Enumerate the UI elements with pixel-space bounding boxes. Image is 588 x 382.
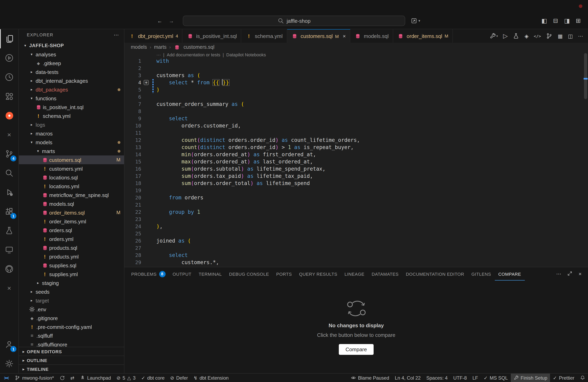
activity-github[interactable] — [0, 259, 18, 279]
breadcrumb[interactable]: models›marts›customers.sql — [125, 43, 588, 52]
test-action[interactable] — [513, 33, 519, 39]
sidebar-item-models-sql[interactable]: models.sql — [19, 199, 124, 208]
sidebar-item-locations-sql[interactable]: locations.sql — [19, 173, 124, 182]
back-icon[interactable]: ← — [157, 18, 162, 24]
sidebar-item-supplies-yml[interactable]: !supplies.yml — [19, 270, 124, 279]
forward-icon[interactable]: → — [169, 18, 174, 24]
panel-tab-documentation-editor[interactable]: DOCUMENTATION EDITOR — [402, 267, 468, 281]
status-gitlens-blame[interactable]: Blame Paused — [348, 374, 392, 382]
split-editor[interactable]: ◫ — [568, 33, 573, 39]
panel-more-icon[interactable]: ⋯ — [556, 271, 561, 277]
status-finish-setup[interactable]: Finish Setup — [511, 374, 550, 382]
scrollbar-thumb[interactable] — [584, 53, 587, 99]
compare-button[interactable]: Compare — [339, 344, 374, 355]
activity-extension-panel[interactable]: × — [0, 279, 18, 298]
sidebar-item-jaffle-shop[interactable]: ▾JAFFLE-SHOP — [19, 41, 124, 50]
activity-testing[interactable] — [0, 221, 18, 240]
toggle-secondary-sidebar-icon[interactable]: ◨ — [564, 17, 570, 24]
sidebar-item-models[interactable]: ▾models — [19, 138, 124, 147]
status-defer[interactable]: ⊘Defer — [168, 374, 191, 382]
codelens-add-documentation-or-tests[interactable]: Add documentation or tests — [167, 52, 220, 57]
status-dbt-extension[interactable]: ↯dbt Extension — [191, 374, 231, 382]
sidebar-item-supplies-sql[interactable]: supplies.sql — [19, 261, 124, 270]
codelens-more[interactable]: ··· — [156, 52, 161, 57]
status-cursor-position[interactable]: Ln 4, Col 22 — [392, 374, 423, 382]
status-eol[interactable]: LF — [470, 374, 481, 382]
sidebar-item-marts[interactable]: ▾marts — [19, 147, 124, 155]
activity-source-control[interactable]: 4 — [0, 144, 18, 163]
explorer-more-icon[interactable]: ⋯ — [114, 32, 119, 38]
breadcrumb-item-customers-sql[interactable]: customers.sql — [184, 44, 214, 50]
status-encoding[interactable]: UTF-8 — [450, 374, 470, 382]
execute-query[interactable]: ▷ — [503, 32, 508, 39]
panel-tab-debug-console[interactable]: DEBUG CONSOLE — [225, 267, 273, 281]
sidebar-item-customers-sql[interactable]: customers.sqlM — [19, 155, 124, 164]
panel-close-icon[interactable]: × — [579, 271, 582, 277]
sidebar-item-orders-sql[interactable]: orders.sql — [19, 226, 124, 234]
sidebar-item-sqlfluff[interactable]: ≡.sqlfluff — [19, 331, 124, 340]
sidebar-item-seeds[interactable]: ▸seeds — [19, 287, 124, 296]
activity-extensions[interactable]: 1 — [0, 202, 18, 221]
query-results-grid[interactable]: ▦ — [558, 33, 563, 39]
panel-maximize-icon[interactable] — [567, 271, 573, 277]
panel-tab-terminal[interactable]: TERMINAL — [195, 267, 225, 281]
codelens-datapilot-notebooks[interactable]: Datapilot Notebooks — [226, 52, 266, 57]
status-launchpad[interactable]: Launchpad — [77, 374, 114, 382]
panel-tab-gitlens[interactable]: GITLENS — [468, 267, 495, 281]
activity-search[interactable] — [0, 163, 18, 183]
activity-explorer[interactable] — [0, 29, 18, 48]
panel-tab-output[interactable]: OUTPUT — [169, 267, 195, 281]
panel-tab-problems[interactable]: PROBLEMS8 — [127, 267, 169, 281]
sidebar-item-gitignore[interactable]: ◆.gitignore — [19, 314, 124, 323]
sidebar-item-products-yml[interactable]: !products.yml — [19, 252, 124, 261]
activity-test-explorer[interactable]: × — [0, 125, 18, 144]
activity-settings[interactable] — [0, 354, 18, 373]
sidebar-item-pre-commit-config-yaml[interactable]: !.pre-commit-config.yaml — [19, 323, 124, 331]
sidebar-item-gitkeep[interactable]: ◆.gitkeep — [19, 59, 124, 68]
tab-models-sql[interactable]: models.sql — [350, 29, 393, 43]
toggle-panel-icon[interactable]: ⊟ — [553, 17, 558, 24]
activity-accounts[interactable]: 1 — [0, 335, 18, 354]
command-center[interactable]: jaffle-shop — [183, 16, 405, 26]
sidebar-item-functions[interactable]: ▾functions — [19, 94, 124, 103]
close-tab-icon[interactable]: × — [343, 33, 346, 39]
tab-is-positive-int-sql[interactable]: is_positive_int.sql — [183, 29, 241, 43]
sidebar-item-metricflow-time-spine-sql[interactable]: metricflow_time_spine.sql — [19, 191, 124, 199]
more-actions[interactable]: ⋯ — [578, 33, 583, 39]
breadcrumb-item-marts[interactable]: marts — [154, 44, 167, 50]
tab-schema-yml[interactable]: !schema.yml — [241, 29, 287, 43]
tab-order-items-sql[interactable]: order_items.sqlM — [393, 29, 453, 43]
status-language-mode[interactable]: ✓MS SQL — [481, 374, 511, 382]
sidebar-item-data-tests[interactable]: ▸data-tests — [19, 68, 124, 76]
activity-symbols[interactable] — [0, 87, 18, 106]
status-git-branch[interactable]: mwong-fusion* — [12, 374, 57, 382]
sidebar-item-order-items-sql[interactable]: order_items.sqlM — [19, 208, 124, 217]
status-notifications[interactable] — [577, 374, 588, 382]
activity-query-history[interactable] — [0, 68, 18, 87]
status-remote-indicator[interactable]: >< — [0, 374, 12, 382]
sidebar-item-target[interactable]: ▸target — [19, 296, 124, 305]
tab-customers-sql[interactable]: customers.sqlM× — [287, 29, 350, 43]
sidebar-item-macros[interactable]: ▸macros — [19, 129, 124, 138]
add-glyph-icon[interactable]: + — [144, 80, 149, 85]
sidebar-item-orders-yml[interactable]: !orders.yml — [19, 234, 124, 243]
sidebar-item-sqlfluffignore[interactable]: ≡.sqlfluffignore — [19, 340, 124, 347]
section-timeline[interactable]: ▸TIMELINE — [19, 364, 124, 373]
activity-run-results[interactable] — [0, 48, 18, 68]
panel-tab-compare[interactable]: COMPARE — [495, 267, 525, 281]
lens-action[interactable]: ◈ — [525, 33, 529, 39]
activity-dbt-power-user[interactable] — [0, 106, 18, 125]
dbt-build[interactable]: ▾ — [490, 33, 498, 39]
sidebar-item-order-items-yml[interactable]: !order_items.yml — [19, 217, 124, 226]
sidebar-item-locations-yml[interactable]: !locations.yml — [19, 182, 124, 191]
breadcrumb-item-models[interactable]: models — [131, 44, 147, 50]
code-editor[interactable]: ···|Add documentation or tests|Datapilot… — [125, 52, 588, 267]
sidebar-item-dbt-packages[interactable]: ▸dbt_packages — [19, 85, 124, 94]
status-branch-compare[interactable]: ⇄ — [68, 374, 77, 382]
sidebar-item-env[interactable]: .env — [19, 305, 124, 314]
remote-window-action[interactable]: ▾ — [411, 16, 420, 26]
sidebar-item-analyses[interactable]: ▾analyses — [19, 50, 124, 59]
pull-request[interactable] — [546, 33, 553, 39]
panel-tab-ports[interactable]: PORTS — [273, 267, 295, 281]
status-prettier[interactable]: ✓Prettier — [550, 374, 577, 382]
